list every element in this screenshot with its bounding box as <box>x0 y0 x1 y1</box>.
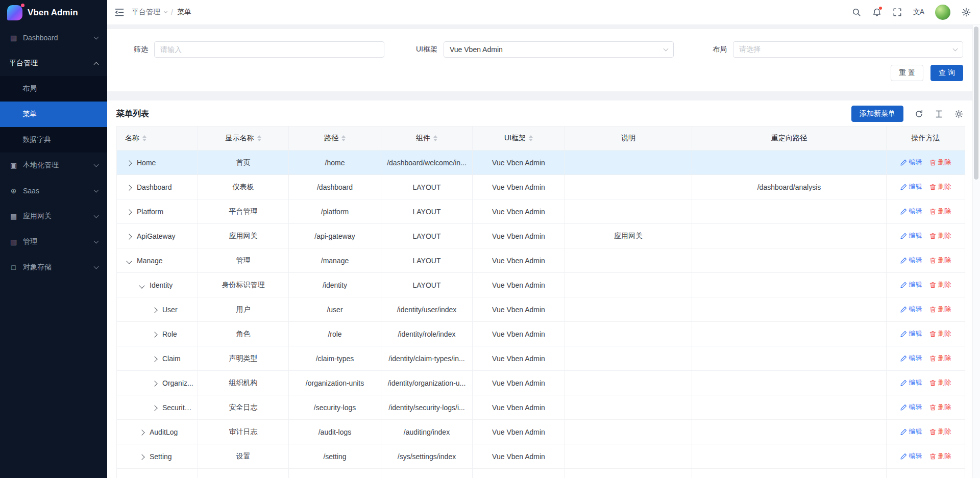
menu-name: Identity <box>150 281 173 289</box>
row-expand-icon[interactable] <box>126 258 132 264</box>
edit-button[interactable]: 编辑 <box>900 256 922 265</box>
delete-button[interactable]: 删除 <box>929 305 951 314</box>
framework-cell: Vue Vben Admin <box>473 395 565 420</box>
reset-button[interactable]: 重 置 <box>891 65 923 81</box>
delete-button[interactable]: 删除 <box>929 182 951 191</box>
edit-button[interactable]: 编辑 <box>900 402 922 412</box>
filter-select-layout[interactable]: 请选择 <box>733 41 963 58</box>
sidebar-item-dashboard[interactable]: ▦Dashboard <box>0 25 107 51</box>
search-icon[interactable] <box>852 8 861 17</box>
delete-button[interactable]: 删除 <box>929 378 951 387</box>
sidebar-collapse-icon[interactable] <box>114 7 125 17</box>
delete-button[interactable]: 删除 <box>929 256 951 265</box>
row-expand-icon[interactable] <box>152 381 157 386</box>
delete-button[interactable]: 删除 <box>929 231 951 240</box>
translate-icon[interactable]: 文A <box>913 8 924 17</box>
edit-button[interactable]: 编辑 <box>900 329 922 338</box>
sort-icon <box>257 135 261 141</box>
breadcrumb-section[interactable]: 平台管理 <box>132 8 160 17</box>
column-header-framework[interactable]: UI框架 <box>473 127 565 150</box>
notification-dot <box>879 7 882 10</box>
sidebar-item-saas[interactable]: ⊕Saas <box>0 178 107 204</box>
page-scrollbar-track <box>972 25 980 478</box>
redirect-cell <box>692 297 887 322</box>
app-logo[interactable]: Vben Admin <box>0 0 107 25</box>
row-expand-icon[interactable] <box>126 234 132 239</box>
component-cell: LAYOUT <box>381 175 473 199</box>
row-expand-icon[interactable] <box>152 332 157 337</box>
delete-button[interactable]: 删除 <box>929 354 951 363</box>
notification-bell-icon[interactable] <box>872 8 881 17</box>
add-menu-button[interactable]: 添加新菜单 <box>851 106 903 122</box>
delete-button[interactable]: 删除 <box>929 280 951 289</box>
actions-cell: 编辑删除 <box>887 175 965 199</box>
description-cell <box>565 395 692 420</box>
filter-select-framework[interactable]: Vue Vben Admin <box>444 41 674 58</box>
delete-button[interactable]: 删除 <box>929 329 951 338</box>
edit-button[interactable]: 编辑 <box>900 305 922 314</box>
table-title: 菜单列表 <box>116 109 149 119</box>
component-cell: /identity/user/index <box>381 297 473 322</box>
row-expand-icon[interactable] <box>152 405 157 411</box>
row-expand-icon[interactable] <box>139 283 144 288</box>
row-expand-icon[interactable] <box>139 430 144 435</box>
row-expand-icon[interactable] <box>126 160 132 166</box>
sidebar-item-gateway[interactable]: ▤应用网关 <box>0 204 107 229</box>
sidebar-subitem-dictionary[interactable]: 数据字典 <box>0 127 107 153</box>
row-expand-icon[interactable] <box>139 454 144 460</box>
refresh-icon[interactable] <box>915 110 923 118</box>
component-cell: /identity/role/index <box>381 322 473 346</box>
user-avatar[interactable] <box>935 5 950 20</box>
settings-gear-icon[interactable] <box>962 8 971 17</box>
edit-button[interactable]: 编辑 <box>900 378 922 387</box>
row-expand-icon[interactable] <box>126 209 132 215</box>
edit-button[interactable]: 编辑 <box>900 280 922 289</box>
row-expand-icon[interactable] <box>152 307 157 313</box>
redirect-cell <box>692 248 887 273</box>
sidebar-item-storage[interactable]: □对象存储 <box>0 255 107 280</box>
edit-button[interactable]: 编辑 <box>900 158 922 167</box>
column-header-component[interactable]: 组件 <box>381 127 473 150</box>
delete-button[interactable]: 删除 <box>929 427 951 436</box>
row-expand-icon[interactable] <box>152 356 157 362</box>
chevron-down-icon <box>94 238 99 243</box>
edit-button[interactable]: 编辑 <box>900 231 922 240</box>
sidebar-item-manage[interactable]: ▥管理 <box>0 229 107 255</box>
delete-button[interactable]: 删除 <box>929 451 951 461</box>
column-header-display_name[interactable]: 显示名称 <box>198 127 289 150</box>
breadcrumb-current[interactable]: 菜单 <box>177 8 191 17</box>
fullscreen-icon[interactable] <box>893 8 902 17</box>
sidebar-item-platform[interactable]: 平台管理 <box>0 51 107 76</box>
sidebar-subitem-menu[interactable]: 菜单 <box>0 102 107 127</box>
component-cell: /identity/organization-u... <box>381 371 473 395</box>
edit-button[interactable]: 编辑 <box>900 451 922 461</box>
description-cell <box>565 322 692 346</box>
description-cell <box>565 175 692 199</box>
row-height-icon[interactable] <box>935 110 943 118</box>
menu-name: Platform <box>137 208 163 216</box>
sidebar-item-localization[interactable]: ▣本地化管理 <box>0 153 107 178</box>
saas-icon: ⊕ <box>9 187 18 195</box>
delete-button[interactable]: 删除 <box>929 402 951 412</box>
edit-button[interactable]: 编辑 <box>900 427 922 436</box>
search-button[interactable]: 查 询 <box>930 65 963 81</box>
sidebar-subitem-layout[interactable]: 布局 <box>0 76 107 102</box>
page-scrollbar-thumb[interactable] <box>974 27 978 180</box>
column-header-path[interactable]: 路径 <box>289 127 381 150</box>
description-cell <box>565 273 692 297</box>
filter-input-keyword[interactable] <box>154 41 384 58</box>
path-cell: /claim-types <box>289 346 381 371</box>
table-row: Platform平台管理/platformLAYOUTVue Vben Admi… <box>117 199 965 224</box>
column-settings-gear-icon[interactable] <box>954 110 963 118</box>
actions-cell: 编辑删除 <box>887 444 965 469</box>
edit-button[interactable]: 编辑 <box>900 207 922 216</box>
edit-button[interactable]: 编辑 <box>900 182 922 191</box>
redirect-cell <box>692 150 887 175</box>
delete-button[interactable]: 删除 <box>929 158 951 167</box>
row-expand-icon[interactable] <box>126 185 132 190</box>
column-header-name[interactable]: 名称 <box>117 127 198 150</box>
edit-button[interactable]: 编辑 <box>900 354 922 363</box>
component-cell: LAYOUT <box>381 199 473 224</box>
redirect-cell <box>692 346 887 371</box>
delete-button[interactable]: 删除 <box>929 207 951 216</box>
